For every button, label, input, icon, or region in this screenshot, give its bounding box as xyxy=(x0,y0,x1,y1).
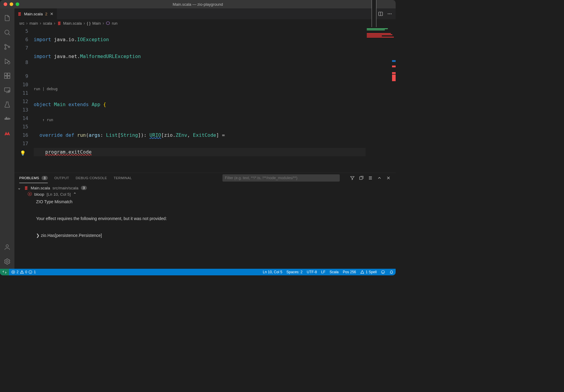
status-pos[interactable]: Pos 256 xyxy=(341,269,358,275)
scala-file-icon xyxy=(17,12,22,16)
svg-point-0 xyxy=(5,30,9,34)
view-as-list-icon[interactable] xyxy=(368,176,373,180)
breadcrumb-segment[interactable]: Main xyxy=(92,21,101,26)
metals-icon[interactable] xyxy=(0,126,14,141)
codelens-run-debug[interactable]: run | debug xyxy=(34,86,396,92)
file-problem-count: 3 xyxy=(81,186,87,190)
problems-filter-input[interactable] xyxy=(222,174,340,182)
run-debug-icon[interactable] xyxy=(0,54,14,69)
scala-file-icon xyxy=(57,21,61,25)
svg-point-24 xyxy=(382,271,385,274)
breadcrumb[interactable]: src› main› scala› Main.scala› { } Main› … xyxy=(14,19,396,27)
svg-point-1 xyxy=(5,44,6,46)
tab-modified-badge: 2 xyxy=(45,12,47,16)
error-icon: ⓧ xyxy=(28,191,32,197)
svg-rect-7 xyxy=(8,76,10,78)
code-editor[interactable]: 567 8 91011121314151617 import java.io.I… xyxy=(14,27,396,173)
problem-location: [Ln 10, Col 5] xyxy=(47,192,71,197)
problems-count-badge: 3 xyxy=(41,176,48,180)
overview-ruler xyxy=(392,27,396,173)
problem-file-path: src/main/scala xyxy=(53,186,78,190)
tab-main-scala[interactable]: Main.scala 2 xyxy=(14,8,57,19)
svg-rect-21 xyxy=(360,177,362,179)
chevron-up-icon[interactable] xyxy=(377,176,382,180)
problem-file-name: Main.scala xyxy=(31,186,50,190)
docker-icon[interactable] xyxy=(0,112,14,126)
settings-gear-icon[interactable] xyxy=(0,254,14,269)
breadcrumb-segment[interactable]: main xyxy=(29,21,38,26)
chevron-down-icon[interactable]: ⌄ xyxy=(17,185,22,190)
svg-rect-5 xyxy=(5,73,7,75)
activity-bar xyxy=(0,8,14,269)
svg-rect-6 xyxy=(5,76,7,78)
svg-point-16 xyxy=(6,261,8,262)
extensions-icon[interactable] xyxy=(0,69,14,83)
status-spell[interactable]: 1 Spell xyxy=(358,269,379,275)
breadcrumb-segment[interactable]: Main.scala xyxy=(63,21,82,26)
problem-item[interactable]: ⓧ bloop [Ln 10, Col 5] ⌃ xyxy=(17,191,393,198)
status-feedback-icon[interactable] xyxy=(379,269,387,275)
svg-point-2 xyxy=(5,48,6,50)
remote-explorer-icon[interactable] xyxy=(0,83,14,97)
collapse-all-icon[interactable] xyxy=(359,176,364,180)
svg-point-4 xyxy=(8,62,10,64)
bottom-panel: PROBLEMS 3 OUTPUT DEBUG CONSOLE TERMINAL xyxy=(14,173,396,269)
method-icon xyxy=(106,21,110,25)
minimap[interactable] xyxy=(366,27,396,173)
remote-indicator[interactable] xyxy=(0,269,9,275)
chevron-up-icon[interactable]: ⌃ xyxy=(73,192,77,197)
editor-tabs: Main.scala 2 xyxy=(14,8,396,19)
svg-rect-9 xyxy=(5,88,10,91)
filter-icon[interactable] xyxy=(350,176,355,180)
breadcrumb-segment[interactable]: src xyxy=(19,21,24,26)
titlebar: Main.scala — zio-playground xyxy=(0,0,396,8)
status-indent[interactable]: Spaces: 2 xyxy=(284,269,305,275)
panel-tab-output[interactable]: OUTPUT xyxy=(54,173,69,183)
svg-rect-8 xyxy=(8,73,10,75)
braces-icon: { } xyxy=(87,21,90,26)
problems-filter[interactable] xyxy=(222,174,340,182)
lightbulb-icon[interactable]: 💡 xyxy=(20,149,26,158)
code-content[interactable]: import java.io.IOException import java.n… xyxy=(34,27,396,173)
panel-tab-debug-console[interactable]: DEBUG CONSOLE xyxy=(76,173,107,183)
accounts-icon[interactable] xyxy=(0,240,14,254)
status-bar: 2 0 1 Ln 10, Col 5 Spaces: 2 UTF-8 LF Sc… xyxy=(0,269,396,275)
search-icon[interactable] xyxy=(0,25,14,40)
tab-close-icon[interactable] xyxy=(50,12,54,16)
status-language[interactable]: Scala xyxy=(327,269,341,275)
inline-hint: ↑ run xyxy=(34,117,396,123)
explorer-icon[interactable] xyxy=(0,11,14,25)
scala-file-icon xyxy=(24,186,28,190)
status-encoding[interactable]: UTF-8 xyxy=(305,269,319,275)
svg-point-15 xyxy=(6,245,8,247)
testing-icon[interactable] xyxy=(0,97,14,112)
breadcrumb-segment[interactable]: run xyxy=(112,21,118,26)
source-control-icon[interactable] xyxy=(0,40,14,54)
svg-rect-14 xyxy=(6,117,7,118)
tab-filename: Main.scala xyxy=(24,12,43,16)
status-eol[interactable]: LF xyxy=(319,269,327,275)
problem-title: ZIO Type Mismatch xyxy=(17,198,393,206)
panel-tab-terminal[interactable]: TERMINAL xyxy=(114,173,132,183)
panel-tab-problems[interactable]: PROBLEMS 3 xyxy=(19,173,48,183)
status-cursor[interactable]: Ln 10, Col 5 xyxy=(261,269,284,275)
close-panel-icon[interactable] xyxy=(386,176,391,180)
status-problems[interactable]: 2 0 1 xyxy=(9,269,38,275)
breadcrumb-segment[interactable]: scala xyxy=(43,21,52,26)
problem-body: Your effect requires the following envir… xyxy=(17,214,393,223)
window-title: Main.scala — zio-playground xyxy=(0,2,396,7)
problem-file-row[interactable]: ⌄ Main.scala src/main/scala 3 xyxy=(17,185,393,191)
problem-source: bloop xyxy=(34,192,44,197)
status-notifications-icon[interactable] xyxy=(387,269,396,275)
problem-detail: ❯ zio.Has[persistence.Persistence] xyxy=(17,231,393,240)
